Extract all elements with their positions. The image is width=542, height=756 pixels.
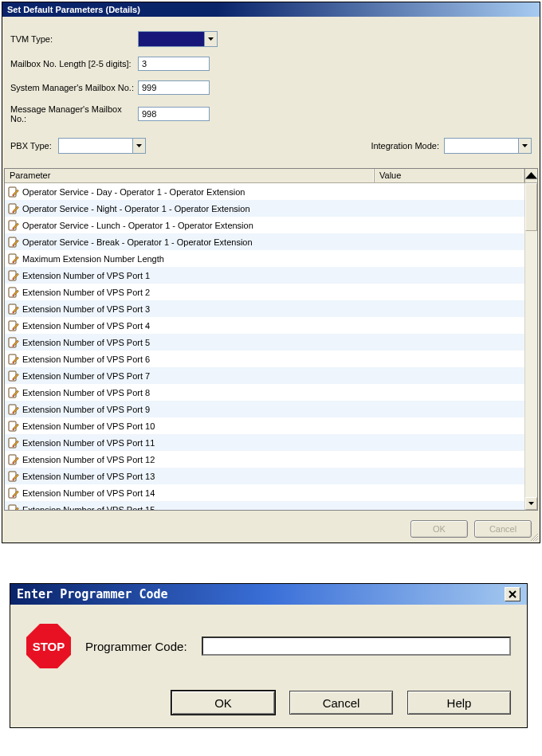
column-header-parameter[interactable]: Parameter: [5, 169, 375, 182]
row-label: Extension Number of VPS Port 9: [22, 405, 150, 414]
table-row[interactable]: Extension Number of VPS Port 2: [5, 284, 524, 300]
programmer-code-input[interactable]: [202, 637, 511, 656]
edit-icon: [8, 454, 19, 465]
system-manager-input[interactable]: [138, 80, 210, 95]
table-row[interactable]: Extension Number of VPS Port 1: [5, 267, 524, 284]
row-label: Operator Service - Night - Operator 1 - …: [22, 204, 250, 213]
tvm-type-value: [139, 32, 204, 46]
edit-icon: [8, 421, 19, 432]
table-row[interactable]: Extension Number of VPS Port 10: [5, 417, 524, 434]
column-header-value[interactable]: Value: [375, 169, 524, 182]
table-row[interactable]: Extension Number of VPS Port 4: [5, 317, 524, 334]
row-label: Extension Number of VPS Port 3: [22, 304, 150, 314]
edit-icon: [8, 404, 19, 415]
scroll-up-button[interactable]: [524, 169, 537, 182]
close-button[interactable]: [505, 587, 520, 601]
cancel-button[interactable]: Cancel: [289, 691, 393, 715]
row-label: Extension Number of VPS Port 12: [22, 455, 155, 464]
programmer-code-label: Programmer Code:: [85, 640, 187, 653]
table-row[interactable]: Extension Number of VPS Port 12: [5, 451, 524, 468]
table-row[interactable]: Extension Number of VPS Port 3: [5, 300, 524, 317]
table-row[interactable]: Maximum Extension Number Length: [5, 250, 524, 267]
ok-button[interactable]: OK: [171, 691, 275, 715]
row-label: Extension Number of VPS Port 8: [22, 388, 150, 398]
edit-icon: [8, 287, 19, 298]
system-manager-label: System Manager's Mailbox No.:: [10, 83, 138, 92]
scrollbar-thumb[interactable]: [525, 183, 537, 231]
edit-icon: [8, 320, 19, 331]
edit-icon: [8, 437, 19, 449]
row-label: Operator Service - Lunch - Operator 1 - …: [22, 221, 253, 230]
integration-mode-value: [445, 139, 518, 153]
row-label: Extension Number of VPS Port 1: [22, 271, 150, 280]
grid-header: Parameter Value: [5, 169, 537, 183]
table-row[interactable]: Operator Service - Break - Operator 1 - …: [5, 233, 524, 250]
dialog-titlebar: Enter Programmer Code: [10, 584, 527, 605]
parameter-grid: Parameter Value Operator Service - Day -…: [4, 168, 538, 511]
table-row[interactable]: Operator Service - Night - Operator 1 - …: [5, 200, 524, 217]
cancel-button[interactable]: Cancel: [474, 520, 532, 538]
pbx-type-label: PBX Type:: [10, 141, 58, 151]
pbx-type-value: [59, 139, 132, 153]
row-label: Extension Number of VPS Port 10: [22, 421, 155, 431]
edit-icon: [8, 471, 19, 482]
dialog-title: Enter Programmer Code: [17, 587, 168, 601]
row-label: Maximum Extension Number Length: [22, 254, 164, 264]
edit-icon: [8, 270, 19, 281]
table-row[interactable]: Operator Service - Lunch - Operator 1 - …: [5, 217, 524, 233]
row-label: Extension Number of VPS Port 5: [22, 338, 150, 347]
mailbox-length-input[interactable]: [138, 57, 210, 71]
close-icon: [508, 590, 517, 599]
edit-icon: [8, 203, 19, 214]
table-row[interactable]: Extension Number of VPS Port 5: [5, 334, 524, 351]
row-label: Extension Number of VPS Port 11: [22, 438, 155, 448]
table-row[interactable]: Extension Number of VPS Port 15: [5, 501, 524, 510]
integration-mode-label: Integration Mode:: [371, 141, 439, 151]
tvm-type-label: TVM Type:: [10, 34, 138, 44]
edit-icon: [8, 354, 19, 365]
table-row[interactable]: Extension Number of VPS Port 13: [5, 468, 524, 484]
row-label: Extension Number of VPS Port 13: [22, 472, 155, 481]
ok-button[interactable]: OK: [410, 520, 468, 538]
table-row[interactable]: Extension Number of VPS Port 14: [5, 484, 524, 501]
edit-icon: [8, 370, 19, 382]
form-area: TVM Type: Mailbox No. Length [2-5 digits…: [2, 17, 540, 168]
edit-icon: [8, 504, 19, 511]
table-row[interactable]: Extension Number of VPS Port 7: [5, 367, 524, 384]
edit-icon: [8, 387, 19, 398]
row-label: Operator Service - Break - Operator 1 - …: [22, 237, 253, 247]
chevron-down-icon[interactable]: [204, 32, 217, 46]
edit-icon: [8, 220, 19, 231]
tvm-type-dropdown[interactable]: [138, 31, 218, 47]
pbx-type-dropdown[interactable]: [58, 138, 146, 154]
row-label: Extension Number of VPS Port 15: [22, 505, 155, 511]
table-row[interactable]: Extension Number of VPS Port 9: [5, 401, 524, 417]
chevron-down-icon[interactable]: [518, 139, 531, 153]
resize-grip-icon[interactable]: [528, 531, 538, 541]
edit-icon: [8, 237, 19, 248]
edit-icon: [8, 253, 19, 264]
scroll-down-button[interactable]: [525, 497, 537, 510]
scrollbar-track[interactable]: [525, 231, 537, 497]
vertical-scrollbar[interactable]: [524, 183, 537, 510]
row-label: Operator Service - Day - Operator 1 - Op…: [22, 187, 245, 197]
edit-icon: [8, 488, 19, 499]
message-manager-label: Message Manager's Mailbox No.:: [10, 104, 138, 123]
chevron-down-icon[interactable]: [132, 139, 145, 153]
integration-mode-dropdown[interactable]: [444, 138, 532, 154]
table-row[interactable]: Extension Number of VPS Port 8: [5, 384, 524, 401]
mailbox-length-label: Mailbox No. Length [2-5 digits]:: [10, 59, 138, 69]
edit-icon: [8, 304, 19, 315]
dialog-titlebar: Set Default Parameters (Details): [2, 2, 540, 17]
edit-icon: [8, 186, 19, 198]
enter-programmer-code-dialog: Enter Programmer Code Programmer Code: O…: [10, 583, 528, 728]
table-row[interactable]: Extension Number of VPS Port 11: [5, 434, 524, 451]
set-default-parameters-dialog: Set Default Parameters (Details) TVM Typ…: [2, 2, 540, 543]
table-row[interactable]: Extension Number of VPS Port 6: [5, 351, 524, 367]
row-label: Extension Number of VPS Port 6: [22, 354, 150, 364]
edit-icon: [8, 337, 19, 348]
row-label: Extension Number of VPS Port 14: [22, 488, 155, 498]
message-manager-input[interactable]: [138, 107, 210, 121]
help-button[interactable]: Help: [407, 691, 511, 715]
table-row[interactable]: Operator Service - Day - Operator 1 - Op…: [5, 183, 524, 200]
